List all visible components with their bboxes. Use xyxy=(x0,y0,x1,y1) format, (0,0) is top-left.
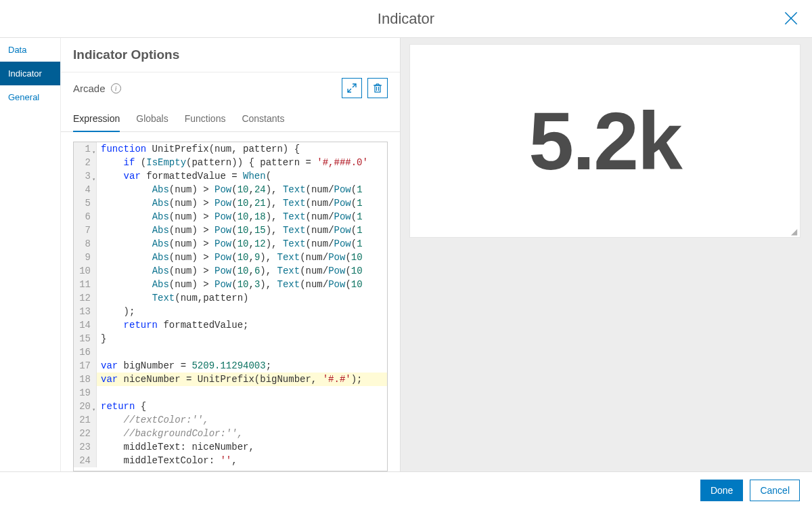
dialog-body: DataIndicatorGeneral Indicator Options A… xyxy=(0,38,812,471)
arcade-actions xyxy=(342,78,388,98)
code-line[interactable]: 22 //backgroundColor:'', xyxy=(74,427,387,440)
tab-expression[interactable]: Expression xyxy=(73,113,120,132)
code-line[interactable]: 16 xyxy=(74,345,387,359)
code-line[interactable]: 5 Abs(num) > Pow(10,21), Text(num/Pow(1 xyxy=(74,196,387,210)
code-line[interactable]: 15} xyxy=(74,332,387,345)
sidebar-item-general[interactable]: General xyxy=(0,85,60,109)
code-line[interactable]: 1▾function UnitPrefix(num, pattern) { xyxy=(74,142,387,156)
svg-line-2 xyxy=(353,84,356,87)
code-line[interactable]: 9 Abs(num) > Pow(10,9), Text(num/Pow(10 xyxy=(74,251,387,264)
close-icon[interactable] xyxy=(782,9,800,27)
code-line[interactable]: 2 if (IsEmpty(pattern)) { pattern = '#,#… xyxy=(74,156,387,169)
trash-icon xyxy=(372,83,383,93)
preview-card: 5.2k ◢ xyxy=(410,45,800,237)
preview-pane: 5.2k ◢ xyxy=(401,38,812,471)
svg-line-3 xyxy=(348,89,351,92)
tab-constants[interactable]: Constants xyxy=(242,113,284,131)
code-line[interactable]: 14 return formattedValue; xyxy=(74,318,387,332)
code-line[interactable]: 10 Abs(num) > Pow(10,6), Text(num/Pow(10 xyxy=(74,264,387,278)
code-line[interactable]: 17var bigNumber = 5209.11294003; xyxy=(74,359,387,373)
options-heading: Indicator Options xyxy=(61,47,400,72)
code-line[interactable]: 24 middleTextColor: '', xyxy=(74,454,387,467)
delete-button[interactable] xyxy=(367,78,388,98)
code-line[interactable]: 20▾return { xyxy=(74,400,387,413)
dialog-title: Indicator xyxy=(378,10,434,28)
code-line[interactable]: 23 middleText: niceNumber, xyxy=(74,440,387,454)
footer: Done Cancel xyxy=(0,471,812,508)
arcade-label-group: Arcade i xyxy=(73,83,121,94)
code-line[interactable]: 7 Abs(num) > Pow(10,15), Text(num/Pow(1 xyxy=(74,224,387,237)
cancel-button[interactable]: Cancel xyxy=(750,480,800,501)
sidebar-item-data[interactable]: Data xyxy=(0,38,60,62)
tab-functions[interactable]: Functions xyxy=(185,113,226,131)
info-icon[interactable]: i xyxy=(111,83,121,93)
editor-tabs: ExpressionGlobalsFunctionsConstants xyxy=(61,105,400,132)
code-line[interactable]: 11 Abs(num) > Pow(10,3), Text(num/Pow(10 xyxy=(74,278,387,291)
done-button[interactable]: Done xyxy=(700,480,743,501)
tab-globals[interactable]: Globals xyxy=(136,113,168,131)
expand-icon xyxy=(346,83,357,93)
code-line[interactable]: 19 xyxy=(74,386,387,400)
code-line[interactable]: 18var niceNumber = UnitPrefix(bigNumber,… xyxy=(74,373,387,386)
code-line[interactable]: 12 Text(num,pattern) xyxy=(74,291,387,305)
options-pane: Indicator Options Arcade i xyxy=(61,38,401,471)
code-line[interactable]: 6 Abs(num) > Pow(10,18), Text(num/Pow(1 xyxy=(74,210,387,224)
code-line[interactable]: 3▾ var formattedValue = When( xyxy=(74,169,387,183)
code-line[interactable]: 21 //textColor:'', xyxy=(74,413,387,427)
code-editor[interactable]: 1▾function UnitPrefix(num, pattern) {2 i… xyxy=(73,142,388,471)
code-line[interactable]: 4 Abs(num) > Pow(10,24), Text(num/Pow(1 xyxy=(74,183,387,196)
titlebar: Indicator xyxy=(0,0,812,38)
expand-button[interactable] xyxy=(342,78,362,98)
resize-grip-icon[interactable]: ◢ xyxy=(791,229,797,234)
sidebar: DataIndicatorGeneral xyxy=(0,38,61,471)
code-line[interactable]: 13 ); xyxy=(74,305,387,318)
arcade-row: Arcade i xyxy=(61,72,400,105)
svg-rect-4 xyxy=(375,85,380,92)
code-line[interactable]: 8 Abs(num) > Pow(10,12), Text(num/Pow(1 xyxy=(74,237,387,251)
sidebar-item-indicator[interactable]: Indicator xyxy=(0,62,60,85)
arcade-label: Arcade xyxy=(73,83,106,94)
preview-value: 5.2k xyxy=(528,94,681,188)
